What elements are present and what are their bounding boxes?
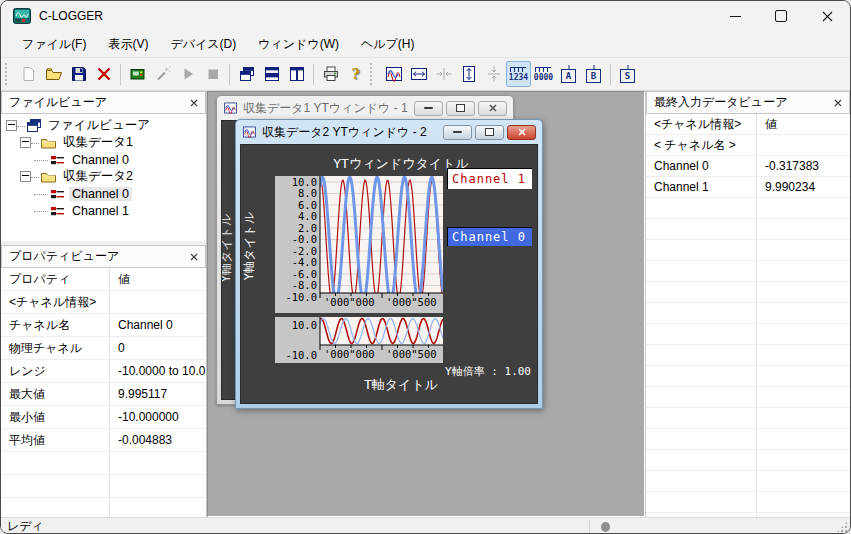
play-icon <box>179 65 197 83</box>
tree-connector <box>17 125 25 127</box>
setting-s-icon: S <box>620 69 635 83</box>
table-row <box>646 366 850 387</box>
delete-button[interactable] <box>91 61 116 87</box>
menu-file[interactable]: ファイル(F) <box>11 32 97 57</box>
folder-icon <box>41 171 56 183</box>
table-row <box>646 261 850 282</box>
expand-vertical-button[interactable] <box>456 61 481 87</box>
new-file-button[interactable] <box>16 61 41 87</box>
device-button[interactable] <box>125 61 150 87</box>
expand-horizontal-button[interactable] <box>406 61 431 87</box>
tree-item-label: 収集データ1 <box>60 134 136 151</box>
menu-help[interactable]: ヘルプ(H) <box>350 32 426 57</box>
mdi-window-2[interactable]: 収集データ2 YTウィンドウ - 2 YTウィンドウタイトル Y軸タイトル 10… <box>235 119 543 409</box>
help-button[interactable]: ? <box>343 61 368 87</box>
open-file-button[interactable] <box>41 61 66 87</box>
last-data-viewer-header[interactable]: 最終入力データビューア <box>646 91 850 114</box>
tree-item[interactable]: Channel 0 <box>1 151 206 168</box>
print-icon <box>322 65 340 83</box>
counter-window-button[interactable]: 0000 <box>531 61 556 87</box>
left-column: ファイルビューア ファイルビューア収集データ1Channel 0収集データ2Ch… <box>1 91 207 517</box>
menu-view[interactable]: 表示(V) <box>97 32 159 57</box>
table-cell <box>757 366 850 386</box>
save-button[interactable] <box>66 61 91 87</box>
mdi1-restore-button[interactable] <box>446 101 475 116</box>
table-header-row: <チャネル情報>値 <box>646 114 850 135</box>
shrink-horizontal-button[interactable] <box>431 61 456 87</box>
numeric-window-button[interactable]: 1234 <box>506 61 531 87</box>
tile-horizontal-button[interactable] <box>259 61 284 87</box>
table-cell: 9.990234 <box>757 177 850 197</box>
legend-channel-1[interactable]: Channel 1 <box>447 168 532 189</box>
close-icon <box>822 11 833 22</box>
tree-item[interactable]: 収集データ1 <box>1 134 206 151</box>
numeric-display-icon: 1234 <box>509 67 528 82</box>
mdi2-minimize-button[interactable] <box>443 125 472 140</box>
file-viewer-close-button[interactable] <box>190 99 198 107</box>
tile-vertical-icon <box>288 65 306 83</box>
tile-vertical-button[interactable] <box>284 61 309 87</box>
shrink-vertical-button[interactable] <box>481 61 506 87</box>
table-cell <box>757 261 850 281</box>
table-cell <box>646 345 757 365</box>
table-cell: <チャネル情報> <box>1 291 110 313</box>
help-icon: ? <box>351 66 359 82</box>
property-viewer-header[interactable]: プロパティビューア <box>1 245 206 268</box>
cascade-windows-button[interactable] <box>234 61 259 87</box>
tree-item[interactable]: ファイルビューア <box>1 117 206 134</box>
mdi-window-1-titlebar[interactable]: 収集データ1 YTウィンドウ - 1 <box>217 96 513 120</box>
mdi-window-2-titlebar[interactable]: 収集データ2 YTウィンドウ - 2 <box>236 120 542 144</box>
property-table: プロパティ値<チャネル情報>チャネル名Channel 0物理チャネル0レンジ-1… <box>1 268 206 517</box>
resize-grip-icon[interactable] <box>836 521 848 533</box>
close-icon <box>518 128 526 136</box>
toolbar-separator <box>610 64 611 85</box>
last-data-viewer-close-button[interactable] <box>834 99 842 107</box>
mdi1-minimize-button[interactable] <box>414 101 443 116</box>
svg-text:2.0: 2.0 <box>298 222 317 234</box>
mdi1-close-button[interactable] <box>478 101 507 116</box>
table-row <box>646 324 850 345</box>
tree-expander-icon[interactable] <box>6 120 17 131</box>
legend-channel-0[interactable]: Channel 0 <box>447 227 532 246</box>
table-row <box>646 450 850 471</box>
toolbar: ? 1234 0000 A B S <box>1 57 850 91</box>
maximize-button[interactable] <box>758 1 804 31</box>
mdi2-restore-button[interactable] <box>475 125 504 140</box>
titlebar[interactable]: C-LOGGER <box>1 1 850 31</box>
tree-expander-icon[interactable] <box>20 171 31 182</box>
table-cell <box>646 261 757 281</box>
setting-button[interactable]: S <box>615 61 640 87</box>
mdi2-close-button[interactable] <box>507 125 536 140</box>
main-area: ファイルビューア ファイルビューア収集データ1Channel 0収集データ2Ch… <box>1 91 850 517</box>
wizard-button[interactable] <box>150 61 175 87</box>
table-cell <box>646 471 757 491</box>
stop-button[interactable] <box>200 61 225 87</box>
table-cell: 0 <box>110 337 206 359</box>
file-viewer-header[interactable]: ファイルビューア <box>1 91 206 114</box>
tree-item-label: Channel 0 <box>69 187 132 201</box>
toolbar-grip[interactable] <box>370 63 377 85</box>
yt-chart-icon <box>242 125 257 139</box>
close-button[interactable] <box>804 1 850 31</box>
marker-a-button[interactable]: A <box>556 61 581 87</box>
tree-expander-icon[interactable] <box>20 137 31 148</box>
menu-window[interactable]: ウィンドウ(W) <box>247 32 350 57</box>
start-button[interactable] <box>175 61 200 87</box>
svg-text:-8.0: -8.0 <box>292 279 317 291</box>
property-viewer-close-button[interactable] <box>190 253 198 261</box>
menu-device[interactable]: デバイス(D) <box>159 32 247 57</box>
toolbar-grip[interactable] <box>5 63 12 85</box>
tree-connector <box>34 193 48 195</box>
svg-text:-10.0: -10.0 <box>285 291 317 303</box>
print-button[interactable] <box>318 61 343 87</box>
tree-item[interactable]: 収集データ2 <box>1 168 206 185</box>
tree-item[interactable]: Channel 1 <box>1 202 206 219</box>
marker-b-button[interactable]: B <box>581 61 606 87</box>
minimize-button[interactable] <box>712 1 758 31</box>
table-cell <box>110 498 206 517</box>
status-message: レディ <box>7 518 44 534</box>
yt-window-button[interactable] <box>381 61 406 87</box>
minimize-icon <box>453 131 462 133</box>
tree-connector <box>31 176 39 178</box>
tree-item[interactable]: Channel 0 <box>1 185 206 202</box>
